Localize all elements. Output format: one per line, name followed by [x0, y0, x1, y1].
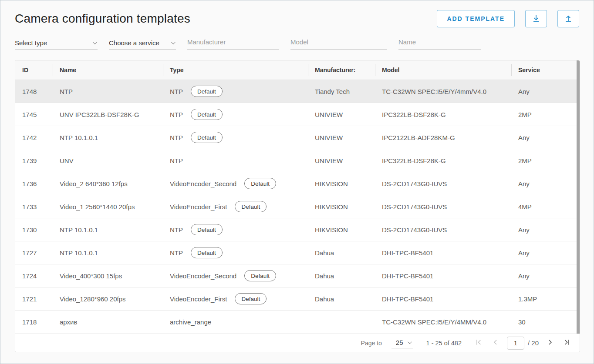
- cell-service: Any: [511, 272, 580, 280]
- table-row[interactable]: 1742 NTP 10.1.0.1 NTP Default UNIVIEW IP…: [15, 126, 580, 149]
- default-badge: Default: [191, 224, 223, 235]
- manufacturer-field-wrap: [187, 36, 279, 50]
- cell-model: TC-C32WN SPEC:I5/E/Y/4MM/V4.0: [375, 318, 511, 326]
- next-page-button[interactable]: [545, 338, 555, 348]
- cell-type-label: NTP: [170, 249, 183, 257]
- total-pages-text: / 20: [528, 339, 539, 347]
- column-header-manufacturer: Manufacturer:: [308, 60, 375, 80]
- cell-model: IPC322LB-DSF28K-G: [375, 111, 511, 118]
- table-row[interactable]: 1733 Video_1 2560*1440 20fps VideoEncode…: [15, 195, 580, 218]
- service-select[interactable]: Choose a service: [109, 36, 176, 50]
- cell-manufacturer: UNIVIEW: [308, 111, 375, 118]
- cell-manufacturer: UNIVIEW: [308, 134, 375, 141]
- cell-type: NTP Default: [163, 247, 308, 258]
- cell-type-label: VideoEncoder_First: [170, 203, 227, 210]
- range-text: 1 - 25 of 482: [426, 340, 462, 347]
- cell-type: VideoEncoder_Second Default: [163, 270, 308, 281]
- model-field-wrap: [290, 36, 387, 50]
- table-row[interactable]: 1718 архив archive_range TC-C32WN SPEC:I…: [15, 311, 580, 334]
- cell-manufacturer: Dahua: [308, 249, 375, 257]
- cell-name: NTP: [53, 88, 163, 95]
- cell-type: VideoEncoder_First Default: [163, 201, 308, 212]
- table-row[interactable]: 1745 UNV IPC322LB-DSF28K-G NTP Default U…: [15, 103, 580, 126]
- column-header-type: Type: [163, 60, 308, 80]
- pagination-controls: / 20: [474, 337, 572, 350]
- column-header-model: Model: [375, 60, 511, 80]
- page-size-select[interactable]: 25: [392, 338, 413, 348]
- model-input[interactable]: [290, 38, 387, 47]
- cell-service: Any: [511, 249, 580, 257]
- cell-type-label: NTP: [170, 226, 183, 234]
- cell-type: NTP: [163, 157, 308, 164]
- type-select[interactable]: Select type: [15, 36, 98, 50]
- cell-service: Any: [511, 180, 580, 187]
- cell-name: UNV: [53, 157, 163, 164]
- chevron-down-icon: [93, 40, 97, 44]
- cell-type-label: VideoEncoder_First: [170, 295, 227, 303]
- cell-id: 1724: [15, 272, 53, 280]
- cell-service: Any: [511, 226, 580, 234]
- cell-name: NTP 10.1.0.1: [53, 249, 163, 257]
- table-row[interactable]: 1730 NTP 10.1.0.1 NTP Default HIKVISION …: [15, 218, 580, 241]
- table-row[interactable]: 1739 UNV NTP UNIVIEW IPC322LB-DSF28K-G 2…: [15, 149, 580, 172]
- table-footer: Page to 25 1 - 25 of 482 / 20: [15, 334, 580, 352]
- download-button[interactable]: [525, 10, 547, 27]
- cell-id: 1742: [15, 134, 53, 141]
- cell-id: 1730: [15, 226, 53, 234]
- cell-service: 2MP: [511, 111, 580, 118]
- first-page-button[interactable]: [474, 338, 484, 348]
- column-header-name: Name: [53, 60, 163, 80]
- cell-service: 4MP: [511, 203, 580, 210]
- cell-type-label: NTP: [170, 88, 183, 95]
- table-row[interactable]: 1736 Video_2 640*360 12fps VideoEncoder_…: [15, 172, 580, 195]
- next-page-icon: [546, 338, 554, 348]
- current-page-input[interactable]: [507, 337, 524, 350]
- cell-model: DS-2CD1743G0-IUVS: [375, 203, 511, 210]
- cell-type: NTP Default: [163, 224, 308, 235]
- table-row[interactable]: 1748 NTP NTP Default Tiandy Tech TC-C32W…: [15, 80, 580, 103]
- type-select-value: Select type: [15, 39, 47, 47]
- cell-id: 1727: [15, 249, 53, 257]
- default-badge: Default: [235, 201, 267, 212]
- cell-name: Video_1 2560*1440 20fps: [53, 203, 163, 210]
- previous-page-button[interactable]: [490, 338, 501, 348]
- manufacturer-input[interactable]: [187, 38, 279, 47]
- first-page-icon: [475, 338, 483, 348]
- cell-id: 1736: [15, 180, 53, 187]
- cell-service: 2MP: [511, 157, 580, 164]
- last-page-button[interactable]: [561, 338, 572, 348]
- default-badge: Default: [244, 270, 276, 281]
- page-title: Camera configuration templates: [15, 12, 190, 26]
- name-field-wrap: [398, 36, 481, 50]
- cell-name: Video_400*300 15fps: [53, 272, 163, 280]
- vertical-scrollbar[interactable]: [577, 60, 580, 334]
- upload-icon: [563, 13, 574, 25]
- cell-name: Video_1280*960 20fps: [53, 295, 163, 303]
- name-input[interactable]: [398, 38, 481, 47]
- cell-manufacturer: Tiandy Tech: [308, 88, 375, 95]
- table-row[interactable]: 1724 Video_400*300 15fps VideoEncoder_Se…: [15, 264, 580, 287]
- default-badge: Default: [191, 247, 223, 258]
- page-size-value: 25: [396, 339, 403, 346]
- cell-type-label: NTP: [170, 134, 183, 141]
- cell-id: 1739: [15, 157, 53, 164]
- cell-name: Video_2 640*360 12fps: [53, 180, 163, 187]
- cell-model: DHI-TPC-BF5401: [375, 272, 511, 280]
- table-row[interactable]: 1721 Video_1280*960 20fps VideoEncoder_F…: [15, 287, 580, 311]
- default-badge: Default: [244, 178, 276, 189]
- cell-type: archive_range: [163, 318, 308, 326]
- cell-id: 1745: [15, 111, 53, 118]
- cell-name: NTP 10.1.0.1: [53, 134, 163, 141]
- cell-model: IPC322LB-DSF28K-G: [375, 157, 511, 164]
- cell-service: 30: [511, 318, 580, 326]
- cell-service: Any: [511, 88, 580, 95]
- cell-model: TC-C32WN SPEC:I5/E/Y/4mm/V4.0: [375, 88, 511, 95]
- chevron-down-icon: [408, 340, 412, 344]
- service-select-value: Choose a service: [109, 39, 159, 47]
- upload-button[interactable]: [557, 10, 579, 27]
- table-row[interactable]: 1727 NTP 10.1.0.1 NTP Default Dahua DHI-…: [15, 241, 580, 264]
- page-to-label: Page to: [361, 340, 382, 347]
- cell-manufacturer: Dahua: [308, 295, 375, 303]
- add-template-button[interactable]: ADD TEMPLATE: [437, 10, 515, 27]
- cell-manufacturer: UNIVIEW: [308, 157, 375, 164]
